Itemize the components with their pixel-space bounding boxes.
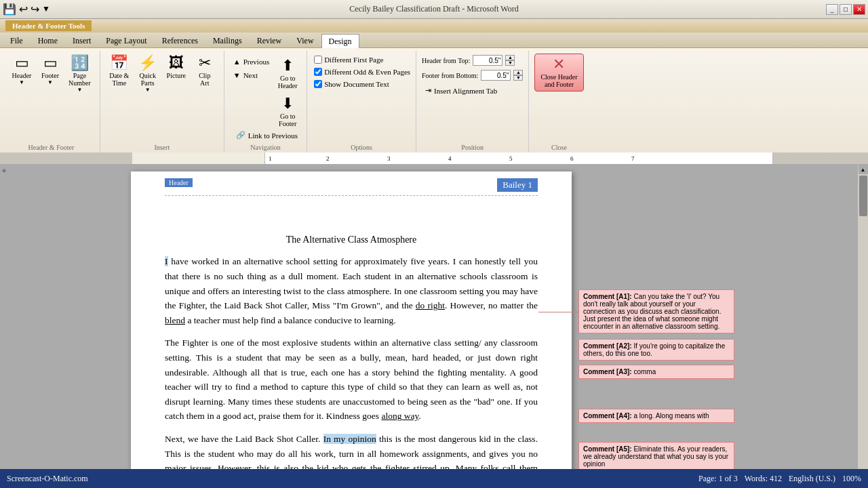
insert-group: 📅 Date &Time ⚡ QuickParts ▼ 🖼 Picture ✂ … bbox=[100, 51, 224, 152]
ruler-mark-1: 1 bbox=[269, 155, 272, 162]
date-time-button[interactable]: 📅 Date &Time bbox=[106, 54, 133, 89]
page-number-button[interactable]: 🔢 PageNumber ▼ bbox=[65, 54, 94, 95]
previous-icon: ▲ bbox=[233, 58, 241, 66]
comment-a1: Comment [A1]: Can you take the 'I' out? … bbox=[578, 289, 734, 333]
footer-icon: ▭ bbox=[43, 56, 58, 70]
header-footer-tools-label: Header & Footer Tools bbox=[5, 20, 92, 31]
scroll-track[interactable] bbox=[858, 174, 868, 488]
tab-home[interactable]: Home bbox=[31, 34, 65, 47]
next-button[interactable]: ▼ Next bbox=[230, 70, 273, 81]
insert-buttons: 📅 Date &Time ⚡ QuickParts ▼ 🖼 Picture ✂ … bbox=[106, 51, 218, 144]
document-area: ◆ Header Bailey 1 The Alternative Class … bbox=[0, 165, 868, 488]
navigation-buttons: ▲ Previous ▼ Next ⬆ Go toHeader ⬇ Go toF… bbox=[230, 51, 301, 129]
tab-review[interactable]: Review bbox=[250, 34, 290, 47]
window-controls[interactable]: _ □ ✕ bbox=[826, 4, 865, 15]
options-group-label: Options bbox=[313, 144, 410, 152]
different-odd-even-checkbox[interactable]: Different Odd & Even Pages bbox=[314, 67, 410, 77]
underlined-text-1: do right bbox=[416, 300, 445, 310]
link-to-previous-button[interactable]: 🔗 Link to Previous bbox=[233, 129, 301, 141]
clip-art-button[interactable]: ✂ ClipArt bbox=[191, 54, 218, 89]
tab-references[interactable]: References bbox=[155, 34, 205, 47]
goto-header-icon: ⬆ bbox=[281, 58, 294, 73]
header-icon: ▭ bbox=[15, 56, 29, 70]
ruler-left-margin bbox=[0, 152, 132, 165]
comment-a4: Comment [A4]: a long. Along means with bbox=[578, 409, 734, 423]
tab-page-layout[interactable]: Page Layout bbox=[98, 34, 154, 47]
quick-access-toolbar[interactable]: 💾 ↩ ↪ ▼ bbox=[3, 3, 50, 16]
ribbon-header: Header & Footer Tools bbox=[0, 19, 868, 33]
language: English (U.S.) bbox=[789, 474, 835, 484]
navigation-group-label: Navigation bbox=[230, 144, 301, 152]
tab-view[interactable]: View bbox=[289, 34, 321, 47]
header-from-top-row: Header from Top: ▲ ▼ bbox=[422, 55, 523, 66]
goto-footer-button[interactable]: ⬇ Go toFooter bbox=[274, 94, 301, 129]
status-bar-right: Page: 1 of 3 Words: 412 English (U.S.) 1… bbox=[698, 474, 861, 484]
picture-icon: 🖼 bbox=[169, 56, 184, 70]
underlined-text-3: along way bbox=[381, 411, 418, 421]
ruler-right bbox=[773, 152, 868, 165]
close-header-footer-button[interactable]: ✕ Close Headerand Footer bbox=[534, 54, 583, 92]
footer-from-bottom-row: Footer from Bottom: ▲ ▼ bbox=[422, 70, 523, 81]
tab-design[interactable]: Design bbox=[321, 34, 359, 48]
highlighted-text-2: In my opinion bbox=[323, 434, 376, 444]
tab-file[interactable]: File bbox=[3, 34, 31, 47]
page-content[interactable]: The Alternative Class Atmosphere I have … bbox=[165, 232, 538, 488]
word-count: Words: 412 bbox=[745, 474, 782, 484]
maximize-button[interactable]: □ bbox=[840, 4, 852, 15]
date-time-icon: 📅 bbox=[110, 56, 128, 70]
paragraph-1: I have worked in an alternative school s… bbox=[165, 254, 538, 327]
close-group-label: Close bbox=[534, 144, 583, 152]
tab-insert[interactable]: Insert bbox=[65, 34, 98, 47]
insert-group-label: Insert bbox=[106, 144, 218, 152]
goto-header-button[interactable]: ⬆ Go toHeader bbox=[274, 56, 301, 92]
header-footer-group: ▭ Header ▼ ▭ Footer ▼ 🔢 PageNumber ▼ Hea… bbox=[3, 51, 100, 152]
footer-from-bottom-input[interactable] bbox=[481, 70, 511, 81]
document-scroll[interactable]: Header Bailey 1 The Alternative Class At… bbox=[8, 165, 857, 488]
underlined-text-2: blend bbox=[165, 315, 185, 325]
header-from-top-spinner[interactable]: ▲ ▼ bbox=[505, 55, 515, 66]
ruler: 1 2 3 4 5 6 7 bbox=[0, 152, 868, 165]
close-button[interactable]: ✕ bbox=[853, 4, 865, 15]
comment-a5: Comment [A5]: Eliminate this. As your re… bbox=[578, 442, 734, 471]
footer-button[interactable]: ▭ Footer ▼ bbox=[37, 54, 64, 87]
comment-a1-connector bbox=[538, 312, 579, 312]
header-text: Bailey 1 bbox=[497, 178, 538, 192]
ruler-inner: 1 2 3 4 5 6 7 bbox=[264, 152, 773, 164]
clip-art-icon: ✂ bbox=[199, 56, 211, 70]
close-group: ✕ Close Headerand Footer Close bbox=[529, 51, 589, 152]
status-bar: Screencast-O-Matic.com Page: 1 of 3 Word… bbox=[0, 469, 868, 488]
ruler-mark-6: 6 bbox=[570, 155, 574, 162]
scroll-thumb[interactable] bbox=[859, 176, 867, 216]
position-group-label: Position bbox=[422, 144, 523, 152]
insert-alignment-tab-button[interactable]: ⇥ Insert Alignment Tab bbox=[422, 85, 523, 96]
vertical-scrollbar[interactable]: ▲ ▼ bbox=[857, 165, 868, 488]
header-from-top-input[interactable] bbox=[473, 55, 502, 66]
quick-parts-button[interactable]: ⚡ QuickParts ▼ bbox=[134, 54, 161, 95]
header-button[interactable]: ▭ Header ▼ bbox=[8, 54, 35, 87]
ruler-mark-5: 5 bbox=[509, 155, 513, 162]
show-document-text-checkbox[interactable]: Show Document Text bbox=[314, 79, 410, 89]
status-bar-left: Screencast-O-Matic.com bbox=[7, 474, 698, 484]
link-icon: 🔗 bbox=[236, 131, 245, 140]
page-header: Header Bailey 1 bbox=[165, 178, 538, 196]
tab-mailings[interactable]: Mailings bbox=[205, 34, 250, 47]
goto-footer-icon: ⬇ bbox=[281, 96, 294, 111]
ruler-mark-4: 4 bbox=[448, 155, 452, 162]
close-icon: ✕ bbox=[553, 57, 565, 72]
options-group: Different First Page Different Odd & Eve… bbox=[307, 51, 416, 152]
different-first-page-checkbox[interactable]: Different First Page bbox=[314, 55, 410, 64]
scroll-up-button[interactable]: ▲ bbox=[859, 165, 868, 174]
footer-from-bottom-spinner[interactable]: ▲ ▼ bbox=[513, 70, 523, 81]
page-count: Page: 1 of 3 bbox=[698, 474, 738, 484]
picture-button[interactable]: 🖼 Picture bbox=[163, 54, 190, 81]
comment-a2: Comment [A2]: If you're going to capital… bbox=[578, 339, 734, 361]
quick-parts-icon: ⚡ bbox=[138, 56, 157, 70]
ruler-mark-2: 2 bbox=[326, 155, 330, 162]
ruler-mark-3: 3 bbox=[387, 155, 391, 162]
header-footer-buttons: ▭ Header ▼ ▭ Footer ▼ 🔢 PageNumber ▼ bbox=[8, 51, 94, 144]
comments-sidebar: Comment [A1]: Can you take the 'I' out? … bbox=[578, 171, 734, 488]
next-icon: ▼ bbox=[233, 71, 241, 79]
minimize-button[interactable]: _ bbox=[826, 4, 838, 15]
previous-button[interactable]: ▲ Previous bbox=[230, 56, 273, 67]
zoom-level: 100% bbox=[842, 474, 861, 484]
